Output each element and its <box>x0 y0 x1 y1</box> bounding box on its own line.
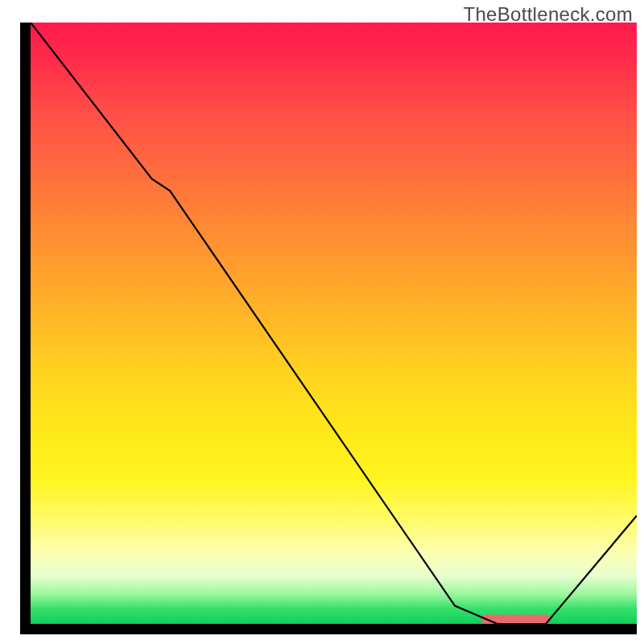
chart-container: TheBottleneck.com <box>0 0 644 644</box>
chart-overlay <box>31 23 637 624</box>
y-axis-line <box>20 23 31 634</box>
x-axis-line <box>20 624 637 634</box>
bottleneck-curve <box>31 23 637 624</box>
